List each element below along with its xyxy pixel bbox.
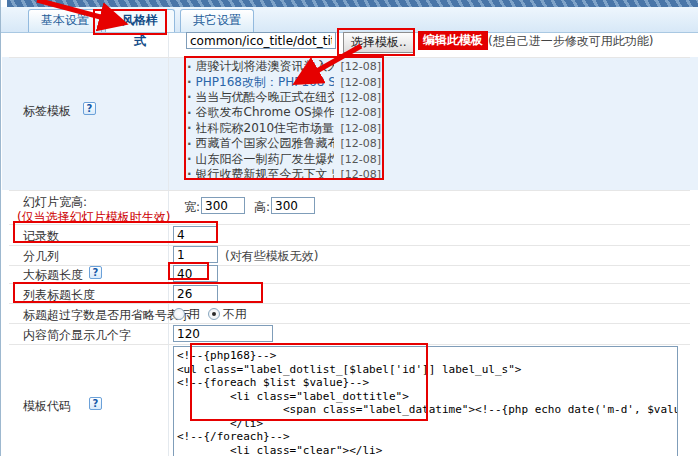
news-title[interactable]: 社科院称2010住宅市场量价齐升 调 (196, 121, 335, 136)
list-item[interactable]: · 银行收费新规至今无下文 监管被指 [12-08] (187, 167, 381, 182)
label-template-label: 标签模板 (23, 103, 71, 120)
help-icon[interactable]: ? (89, 397, 102, 410)
list-item[interactable]: · 谷歌发布Chrome OS操作系统和应用 [12-08] (187, 105, 381, 120)
news-date: [12-08] (340, 122, 381, 135)
news-date: [12-08] (340, 60, 381, 73)
record-count-label: 记录数 (23, 228, 59, 245)
help-icon[interactable]: ? (83, 102, 96, 115)
tab-basic-settings[interactable]: 基本设置 (28, 9, 102, 32)
list-item[interactable]: · 西藏首个国家公园雅鲁藏布大峡谷 [12-08] (187, 136, 381, 151)
intro-length-input[interactable] (173, 325, 273, 342)
bullet-icon: · (187, 90, 192, 104)
news-date: [12-08] (340, 91, 381, 104)
bullet-icon: · (187, 167, 192, 181)
list-title-length-label: 列表标题长度 (23, 287, 95, 304)
slide-width-input[interactable] (201, 197, 245, 214)
news-title[interactable]: 唐骏计划将港澳资讯装入大华建设 (196, 59, 335, 74)
slide-height-input[interactable] (271, 197, 315, 214)
edit-template-hint: (想自己进一步修改可用此功能) (488, 33, 653, 50)
bullet-icon: · (187, 152, 192, 166)
list-item[interactable]: · PHP168改制：PHP168 S系列与V系 [12-08] (187, 74, 381, 89)
bullet-icon: · (187, 137, 192, 151)
news-title[interactable]: 银行收费新规至今无下文 监管被指 (196, 167, 335, 182)
list-item[interactable]: · 山东阳谷一制药厂发生爆炸 已有7 [12-08] (187, 151, 381, 166)
record-count-input[interactable] (173, 226, 218, 243)
template-code-label: 模板代码 (23, 398, 71, 415)
news-title[interactable]: 当当与优酷今晚正式在纽交所上市 (196, 90, 335, 105)
intro-length-label: 内容简介显示几个字 (23, 327, 131, 344)
slide-size-note: (仅当选择幻灯片模板时生效) (17, 209, 170, 226)
tab-other-settings[interactable]: 其它设置 (180, 9, 254, 32)
radio-no-use-label[interactable]: 不用 (223, 307, 247, 321)
tab-style-settings[interactable]: 风格样式 (105, 9, 175, 32)
template-code-textarea[interactable]: <!--{php168}--> <ul class="label_dotlist… (173, 346, 678, 456)
choose-template-button[interactable]: 选择模板.. (343, 32, 415, 53)
big-title-length-input[interactable] (173, 265, 218, 282)
news-title[interactable]: PHP168改制：PHP168 S系列与V系 (196, 74, 335, 89)
bullet-icon: · (187, 121, 192, 135)
news-title[interactable]: 西藏首个国家公园雅鲁藏布大峡谷 (196, 136, 335, 151)
height-label: 高: (254, 199, 270, 216)
template-preview-list: · 唐骏计划将港澳资讯装入大华建设 [12-08] · PHP168改制：PHP… (187, 59, 381, 182)
template-path-input[interactable] (186, 32, 336, 49)
row-separator (9, 57, 690, 58)
columns-label: 分几列 (23, 248, 59, 265)
news-title[interactable]: 山东阳谷一制药厂发生爆炸 已有7 (196, 151, 335, 166)
bullet-icon: · (187, 60, 192, 74)
news-date: [12-08] (340, 137, 381, 150)
list-title-length-input[interactable] (173, 285, 218, 302)
row-separator (9, 245, 690, 246)
news-title[interactable]: 谷歌发布Chrome OS操作系统和应用 (196, 105, 335, 120)
news-date: [12-08] (340, 76, 381, 89)
ellipsis-options: 用 不用 (173, 306, 247, 323)
row-separator (9, 344, 690, 345)
ellipsis-label: 标题超过字数是否用省略号表示 (23, 307, 191, 324)
row-separator (9, 303, 690, 304)
columns-input[interactable] (173, 246, 218, 263)
bullet-icon: · (187, 106, 192, 120)
row-separator (9, 190, 690, 191)
label-settings-panel: 基本设置 风格样式 其它设置 选择模板.. 编辑此模板 (想自己进一步修改可用此… (0, 0, 698, 456)
bullet-icon: · (187, 75, 192, 89)
news-date: [12-08] (340, 106, 381, 119)
width-label: 宽: (184, 199, 200, 216)
radio-use-label[interactable]: 用 (188, 307, 200, 321)
news-date: [12-08] (340, 153, 381, 166)
window-title-bar (7, 0, 698, 7)
tab-strip: 基本设置 风格样式 其它设置 (1, 7, 698, 33)
radio-no-use[interactable] (208, 308, 220, 320)
row-separator (9, 283, 690, 284)
news-date: [12-08] (340, 168, 381, 181)
list-item[interactable]: · 社科院称2010住宅市场量价齐升 调 [12-08] (187, 121, 381, 136)
list-item[interactable]: · 唐骏计划将港澳资讯装入大华建设 [12-08] (187, 59, 381, 74)
edit-template-button[interactable]: 编辑此模板 (418, 31, 488, 50)
list-item[interactable]: · 当当与优酷今晚正式在纽交所上市 [12-08] (187, 90, 381, 105)
help-icon[interactable]: ? (89, 266, 102, 279)
columns-hint: (对有些模板无效) (225, 248, 318, 265)
big-title-length-label: 大标题长度 (23, 267, 83, 284)
row-separator (9, 265, 690, 266)
radio-use[interactable] (173, 308, 185, 320)
